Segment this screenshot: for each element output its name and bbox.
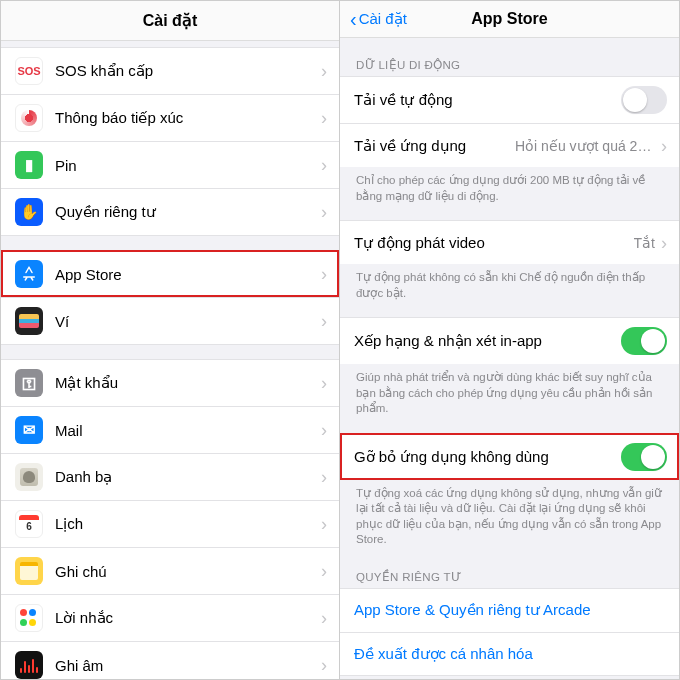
toggle-offload-unused-apps[interactable]: [621, 443, 667, 471]
chevron-right-icon: ›: [321, 562, 327, 580]
row-offload-unused-apps[interactable]: Gỡ bỏ ứng dụng không dùng: [340, 433, 679, 480]
section-header-mobile-data: DỮ LIỆU DI ĐỘNG: [340, 52, 679, 76]
settings-list[interactable]: SOS SOS khẩn cấp › Thông báo tiếp xúc › …: [1, 41, 339, 679]
row-privacy[interactable]: ✋ Quyền riêng tư ›: [1, 188, 339, 236]
row-label: Đề xuất được cá nhân hóa: [354, 645, 667, 663]
row-label: Mật khẩu: [55, 374, 321, 392]
row-label: Ghi âm: [55, 657, 321, 674]
row-calendar[interactable]: 6 Lịch ›: [1, 500, 339, 547]
appstore-icon: [15, 260, 43, 288]
row-label: Lịch: [55, 515, 321, 533]
voicememos-icon: [15, 651, 43, 679]
sos-icon: SOS: [15, 57, 43, 85]
row-auto-download[interactable]: Tải về tự động: [340, 76, 679, 123]
row-personalized-recommendations[interactable]: Đề xuất được cá nhân hóa: [340, 632, 679, 676]
chevron-right-icon: ›: [661, 234, 667, 252]
row-label: Tải về tự động: [354, 91, 621, 109]
section-footer: Chỉ cho phép các ứng dụng dưới 200 MB tự…: [340, 167, 679, 206]
row-label: App Store: [55, 266, 321, 283]
chevron-right-icon: ›: [321, 312, 327, 330]
chevron-right-icon: ›: [321, 656, 327, 674]
back-button[interactable]: ‹ Cài đặt: [350, 9, 407, 29]
exposure-icon: [15, 104, 43, 132]
chevron-right-icon: ›: [321, 156, 327, 174]
row-label: Ghi chú: [55, 563, 321, 580]
row-label: App Store & Quyền riêng tư Arcade: [354, 601, 667, 619]
page-title: Cài đặt: [1, 1, 339, 41]
section-header-privacy: QUYỀN RIÊNG TƯ: [340, 564, 679, 588]
section-footer: Giúp nhà phát triển và người dùng khác b…: [340, 364, 679, 419]
row-sos[interactable]: SOS SOS khẩn cấp ›: [1, 47, 339, 94]
chevron-left-icon: ‹: [350, 9, 357, 29]
toggle-auto-download[interactable]: [621, 86, 667, 114]
row-wallet[interactable]: Ví ›: [1, 297, 339, 345]
row-inapp-rating[interactable]: Xếp hạng & nhận xét in-app: [340, 317, 679, 364]
row-contacts[interactable]: Danh bạ ›: [1, 453, 339, 500]
row-battery[interactable]: ▮ Pin ›: [1, 141, 339, 188]
row-appstore-arcade-privacy[interactable]: App Store & Quyền riêng tư Arcade: [340, 588, 679, 632]
settings-screen: Cài đặt SOS SOS khẩn cấp › Thông báo tiế…: [0, 0, 340, 680]
row-value: Tắt: [634, 235, 655, 251]
row-label: SOS khẩn cấp: [55, 62, 321, 80]
contacts-icon: [15, 463, 43, 491]
appstore-settings-screen: ‹ Cài đặt App Store DỮ LIỆU DI ĐỘNG Tải …: [340, 0, 680, 680]
row-label: Lời nhắc: [55, 609, 321, 627]
mail-icon: ✉: [15, 416, 43, 444]
calendar-icon: 6: [15, 510, 43, 538]
row-label: Xếp hạng & nhận xét in-app: [354, 332, 621, 350]
section-footer: Tự động xoá các ứng dụng không sử dụng, …: [340, 480, 679, 550]
row-label: Gỡ bỏ ứng dụng không dùng: [354, 448, 621, 466]
nav-header: ‹ Cài đặt App Store: [340, 1, 679, 38]
privacy-hand-icon: ✋: [15, 198, 43, 226]
chevron-right-icon: ›: [321, 374, 327, 392]
row-label: Mail: [55, 422, 321, 439]
wallet-icon: [15, 307, 43, 335]
row-label: Thông báo tiếp xúc: [55, 109, 321, 127]
row-label: Danh bạ: [55, 468, 321, 486]
back-label: Cài đặt: [359, 10, 407, 28]
chevron-right-icon: ›: [321, 109, 327, 127]
row-exposure[interactable]: Thông báo tiếp xúc ›: [1, 94, 339, 141]
row-app-store[interactable]: App Store ›: [1, 250, 339, 297]
row-app-downloads[interactable]: Tải về ứng dụng Hỏi nếu vượt quá 200... …: [340, 123, 679, 167]
row-label: Ví: [55, 313, 321, 330]
row-label: Tự động phát video: [354, 234, 634, 252]
row-label: Quyền riêng tư: [55, 203, 321, 221]
row-label: Tải về ứng dụng: [354, 137, 515, 155]
notes-icon: [15, 557, 43, 585]
section-footer: Tự động phát không có sẵn khi Chế độ ngu…: [340, 264, 679, 303]
chevron-right-icon: ›: [321, 62, 327, 80]
chevron-right-icon: ›: [321, 609, 327, 627]
chevron-right-icon: ›: [321, 203, 327, 221]
row-voicememos[interactable]: Ghi âm ›: [1, 641, 339, 679]
chevron-right-icon: ›: [321, 468, 327, 486]
row-label: Pin: [55, 157, 321, 174]
row-value: Hỏi nếu vượt quá 200...: [515, 138, 655, 154]
battery-icon: ▮: [15, 151, 43, 179]
row-video-autoplay[interactable]: Tự động phát video Tắt ›: [340, 220, 679, 264]
chevron-right-icon: ›: [321, 421, 327, 439]
chevron-right-icon: ›: [321, 265, 327, 283]
row-mail[interactable]: ✉ Mail ›: [1, 406, 339, 453]
row-reminders[interactable]: Lời nhắc ›: [1, 594, 339, 641]
reminders-icon: [15, 604, 43, 632]
chevron-right-icon: ›: [661, 137, 667, 155]
row-passwords[interactable]: ⚿ Mật khẩu ›: [1, 359, 339, 406]
row-notes[interactable]: Ghi chú ›: [1, 547, 339, 594]
chevron-right-icon: ›: [321, 515, 327, 533]
key-icon: ⚿: [15, 369, 43, 397]
toggle-inapp-rating[interactable]: [621, 327, 667, 355]
appstore-settings-list[interactable]: DỮ LIỆU DI ĐỘNG Tải về tự động Tải về ứn…: [340, 38, 679, 679]
